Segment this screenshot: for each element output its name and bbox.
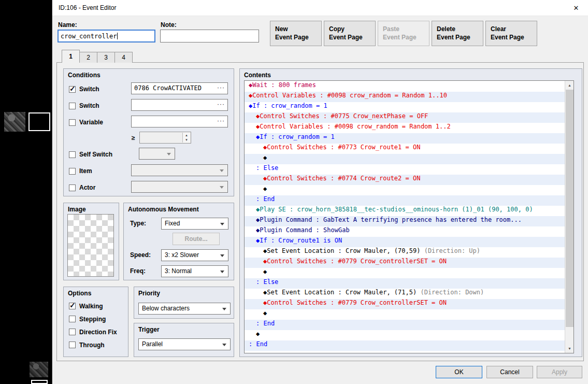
event-command-row[interactable]: ◆Play SE : crow_horn_385818__tec-studios… [245, 206, 565, 216]
event-selection-box [28, 112, 50, 131]
spinner-down-icon[interactable]: ▼ [182, 137, 190, 143]
text-caret [117, 33, 118, 39]
variable-browse-icon[interactable]: ··· [217, 116, 225, 126]
new-event-page-button[interactable]: NewEvent Page [270, 21, 322, 46]
event-command-row[interactable]: ◆Control Variables : #0098 crow_random =… [245, 92, 565, 102]
option-label: Direction Fix [79, 329, 117, 336]
event-command-row[interactable]: ◆Control Switches : #0779 Crow_controlle… [245, 258, 565, 268]
actor-row: Actor [69, 183, 95, 192]
event-command-row[interactable]: : Else [245, 164, 565, 175]
checkbox[interactable] [69, 316, 76, 322]
scroll-down-icon[interactable]: ▼ [565, 344, 574, 353]
switch2-row: Switch [69, 102, 99, 110]
event-selection-box-partial [31, 380, 48, 384]
actor-select[interactable] [131, 181, 228, 193]
event-command-row[interactable]: ◆Set Event Location : Crow Mauler, (70,5… [245, 247, 565, 258]
checkbox[interactable] [69, 303, 76, 309]
variable-threshold-spinner[interactable]: ▲ ▼ [139, 132, 191, 144]
paste-event-page-button[interactable]: PasteEvent Page [378, 21, 429, 46]
scrollbar-thumb[interactable] [566, 90, 573, 327]
event-command-row[interactable]: ◆Set Event Location : Crow Mauler, (71,5… [245, 289, 565, 299]
event-command-row[interactable]: ◆Control Switches : #0779 Crow_controlle… [245, 299, 565, 309]
delete-event-page-button[interactable]: DeleteEvent Page [432, 21, 483, 46]
page-button-row: NewEvent PageCopyEvent PagePasteEvent Pa… [270, 21, 537, 46]
movement-type-select[interactable]: Fixed [161, 218, 228, 230]
variable-checkbox[interactable] [69, 119, 76, 126]
self-switch-select[interactable] [139, 148, 175, 160]
conditions-panel: Conditions Switch 0786 CrowACTIVATED ···… [63, 68, 234, 196]
switch1-value-field[interactable]: 0786 CrowACTIVATED ··· [131, 82, 228, 94]
movement-freq-value: 3: Normal [165, 267, 192, 275]
note-input[interactable] [160, 30, 259, 42]
option-direction-fix[interactable]: Direction Fix [69, 325, 117, 338]
option-stepping[interactable]: Stepping [69, 312, 117, 325]
priority-title: Priority [138, 290, 160, 297]
tab-1[interactable]: 1 [62, 50, 80, 63]
switch2-browse-icon[interactable]: ··· [217, 99, 225, 110]
event-command-row[interactable]: ◆ [245, 309, 565, 320]
scroll-up-icon[interactable]: ▲ [565, 81, 574, 90]
event-command-row[interactable]: ◆Control Switches : #0775 Crow_nextPhase… [245, 112, 565, 123]
switch2-value-field[interactable]: ··· [131, 99, 228, 111]
tab-3[interactable]: 3 [97, 52, 115, 63]
contents-panel: Contents ◆Wait : 800 frames◆Control Vari… [239, 68, 582, 357]
event-command-row[interactable]: ◆ [245, 330, 565, 340]
event-image-box[interactable] [67, 214, 114, 277]
event-command-row[interactable]: : Else [245, 278, 565, 289]
event-command-row[interactable]: ◆Control Variables : #0098 crow_random =… [245, 123, 565, 133]
switch2-checkbox[interactable] [69, 103, 76, 109]
priority-select[interactable]: Below characters [138, 303, 231, 315]
contents-title: Contents [244, 72, 271, 79]
self-switch-row: Self Switch [69, 150, 112, 159]
movement-freq-select[interactable]: 3: Normal [161, 265, 228, 277]
name-input[interactable]: crow_controller [58, 30, 155, 42]
event-command-row[interactable]: ◆If : Crow_route1 is ON [245, 237, 565, 247]
switch1-checkbox[interactable] [69, 86, 76, 93]
event-command-row[interactable]: ◆ [245, 154, 565, 164]
switch1-value: 0786 CrowACTIVATED [134, 84, 202, 92]
option-walking[interactable]: Walking [69, 300, 117, 312]
option-through[interactable]: Through [69, 338, 117, 351]
switch1-label: Switch [79, 86, 99, 93]
clear-event-page-button[interactable]: ClearEvent Page [485, 21, 537, 46]
ok-button[interactable]: OK [436, 366, 482, 378]
event-command-row[interactable]: : End [245, 320, 565, 330]
contents-scrollbar[interactable]: ▲ ▼ [565, 81, 573, 353]
event-page-panel: Conditions Switch 0786 CrowACTIVATED ···… [56, 62, 584, 361]
cancel-button[interactable]: Cancel [486, 366, 533, 378]
apply-button[interactable]: Apply [537, 366, 582, 378]
item-select[interactable] [131, 164, 228, 176]
switch1-browse-icon[interactable]: ··· [217, 82, 225, 93]
image-panel: Image [63, 203, 119, 280]
variable-value-field[interactable]: ··· [131, 116, 228, 127]
event-command-row[interactable]: ◆If : crow_random = 1 [245, 102, 565, 112]
variable-label: Variable [79, 119, 103, 126]
checkbox[interactable] [69, 329, 76, 335]
movement-speed-select[interactable]: 3: x2 Slower [161, 249, 228, 261]
event-command-row[interactable]: ◆Plugin Command : ShowGab [245, 226, 565, 237]
tab-4[interactable]: 4 [114, 52, 133, 63]
event-command-row[interactable]: ◆ [245, 185, 565, 195]
name-value: crow_controller [61, 33, 117, 40]
event-command-list[interactable]: ◆Wait : 800 frames◆Control Variables : #… [244, 80, 574, 353]
route-button[interactable]: Route... [173, 233, 220, 245]
event-command-row[interactable]: ◆Control Switches : #0773 Crow_route1 = … [245, 144, 565, 154]
dialog-titlebar[interactable]: ID:106 - Event Editor ✕ [52, 0, 588, 16]
event-command-row[interactable]: ◆Wait : 800 frames [245, 81, 565, 92]
close-icon[interactable]: ✕ [564, 0, 588, 16]
item-checkbox[interactable] [69, 168, 76, 175]
event-command-row[interactable]: ◆Control Switches : #0774 Crow_route2 = … [245, 175, 565, 185]
checkbox[interactable] [69, 342, 76, 348]
actor-checkbox[interactable] [69, 184, 76, 191]
copy-event-page-button[interactable]: CopyEvent Page [324, 21, 376, 46]
option-label: Walking [79, 303, 103, 310]
trigger-select[interactable]: Parallel [138, 338, 231, 350]
type-label: Type: [130, 220, 146, 227]
event-command-row[interactable]: : End [245, 340, 565, 351]
event-command-row[interactable]: : End [245, 195, 565, 206]
self-switch-checkbox[interactable] [69, 151, 76, 158]
event-command-row[interactable]: ◆Plugin Command : GabText A terrifying p… [245, 216, 565, 226]
tab-2[interactable]: 2 [79, 52, 97, 63]
event-command-row[interactable]: ◆ [245, 268, 565, 278]
event-command-row[interactable]: ◆If : crow_random = 1 [245, 133, 565, 144]
